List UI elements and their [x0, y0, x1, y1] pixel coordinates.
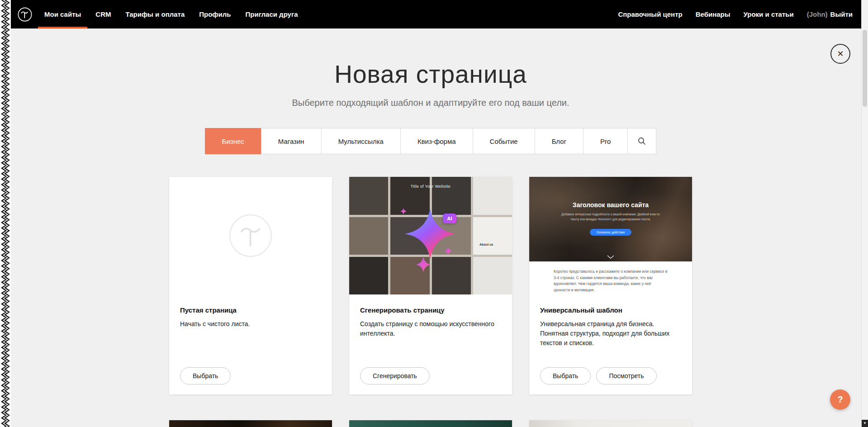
- preview-hero-subtitle: Добавьте интересные подробности о вашей …: [558, 212, 663, 222]
- nav-item-profile[interactable]: Профиль: [199, 0, 231, 28]
- card-title: Пустая страница: [180, 306, 321, 314]
- preview-hero-title: Заголовок вашего сайта: [573, 201, 649, 209]
- template-cards-row: Пустая страница Начать с чистого листа. …: [0, 177, 861, 394]
- tab-blog[interactable]: Блог: [535, 128, 583, 154]
- template-card-ai-generate[interactable]: Title of Your Website About us: [349, 177, 512, 394]
- template-card-partial-2[interactable]: [349, 420, 512, 427]
- card-title: Универсальный шаблон: [540, 306, 681, 314]
- zigzag-edge-decoration: [0, 0, 11, 427]
- close-icon: ✕: [837, 49, 844, 59]
- nav-item-my-sites[interactable]: Мои сайты: [44, 0, 81, 28]
- preview-universal-button[interactable]: Посмотреть: [596, 367, 656, 384]
- tab-event[interactable]: Событие: [473, 128, 535, 154]
- tab-business[interactable]: Бизнес: [205, 128, 261, 154]
- select-blank-button[interactable]: Выбрать: [180, 367, 231, 384]
- card-body: Пустая страница Начать с чистого листа. …: [169, 294, 332, 394]
- blank-page-preview: [169, 177, 332, 294]
- tab-quiz-form[interactable]: Квиз-форма: [400, 128, 473, 154]
- select-universal-button[interactable]: Выбрать: [540, 367, 591, 384]
- nav-item-invite-friend[interactable]: Пригласи друга: [245, 0, 298, 28]
- nav-item-lessons[interactable]: Уроки и статьи: [744, 0, 794, 28]
- page-subtitle: Выберите подходящий шаблон и адаптируйте…: [0, 98, 861, 108]
- scroll-down-arrow[interactable]: ▼: [862, 420, 868, 427]
- preview-body-text: Коротко представьтесь и расскажите о ком…: [554, 269, 668, 293]
- preview-body-section: Коротко представьтесь и расскажите о ком…: [529, 261, 692, 294]
- tab-shop[interactable]: Магазин: [261, 128, 322, 154]
- scrollbar[interactable]: ▼: [861, 0, 868, 427]
- top-nav: Мои сайты CRM Тарифы и оплата Профиль Пр…: [0, 0, 861, 28]
- preview-hero-button: Основное действие: [590, 229, 632, 236]
- template-cards-row-2: [0, 420, 861, 427]
- ai-generate-preview: Title of Your Website About us: [349, 177, 512, 294]
- card-title: Сгенерировать страницу: [360, 306, 501, 314]
- tab-pro[interactable]: Pro: [583, 128, 628, 154]
- nav-item-help-center[interactable]: Справочный центр: [618, 0, 682, 28]
- question-mark-icon: ?: [837, 394, 843, 405]
- card-description: Универсальная страница для бизнеса. Поня…: [540, 319, 681, 348]
- user-name-label: (John): [807, 10, 828, 18]
- card-description: Начать с чистого листа.: [180, 319, 321, 329]
- page-title: Новая страница: [0, 60, 861, 89]
- tilda-watermark-icon: [226, 211, 275, 261]
- card-body: Сгенерировать страницу Создать страницу …: [349, 294, 512, 394]
- preview-hero-section: Заголовок вашего сайта Добавьте интересн…: [529, 177, 692, 261]
- main-nav: Мои сайты CRM Тарифы и оплата Профиль Пр…: [44, 0, 298, 28]
- logout-button[interactable]: Выйти: [830, 10, 853, 18]
- generate-button[interactable]: Сгенерировать: [360, 367, 430, 384]
- card-description: Создать страницу с помощью искусственног…: [360, 319, 501, 338]
- template-card-universal[interactable]: Заголовок вашего сайта Добавьте интересн…: [529, 177, 692, 394]
- card-body: Универсальный шаблон Универсальная стран…: [529, 294, 692, 394]
- user-logout[interactable]: (John) Выйти: [807, 0, 853, 28]
- tab-search[interactable]: [627, 128, 656, 154]
- ai-sparkle-icon: [349, 177, 512, 294]
- secondary-nav: Справочный центр Вебинары Уроки и статьи…: [618, 0, 853, 28]
- nav-item-webinars[interactable]: Вебинары: [696, 0, 730, 28]
- universal-template-preview: Заголовок вашего сайта Добавьте интересн…: [529, 177, 692, 294]
- template-card-blank[interactable]: Пустая страница Начать с чистого листа. …: [169, 177, 332, 394]
- template-category-tabs: Бизнес Магазин Мультиссылка Квиз-форма С…: [0, 128, 861, 154]
- template-card-partial-1[interactable]: [169, 420, 332, 427]
- chevron-down-icon: [607, 255, 614, 259]
- ai-badge: AI: [443, 214, 456, 223]
- search-icon: [638, 137, 646, 145]
- tilda-logo[interactable]: [17, 7, 33, 22]
- zigzag-line: [5, 0, 9, 427]
- new-page-dialog: ✕ Новая страница Выберите подходящий шаб…: [0, 28, 861, 427]
- nav-item-tariffs[interactable]: Тарифы и оплата: [125, 0, 185, 28]
- nav-item-crm[interactable]: CRM: [95, 0, 111, 28]
- help-button[interactable]: ?: [830, 389, 850, 410]
- tab-multilink[interactable]: Мультиссылка: [321, 128, 401, 154]
- template-card-partial-3[interactable]: [529, 420, 692, 427]
- scrollbar-thumb[interactable]: [863, 30, 867, 107]
- close-button[interactable]: ✕: [830, 44, 850, 64]
